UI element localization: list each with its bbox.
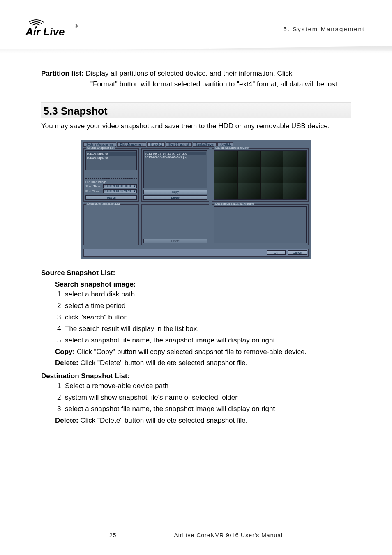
destination-preview-image <box>214 206 307 243</box>
copy-description: Copy: Click "Copy" button will copy sele… <box>55 346 351 357</box>
source-snapshot-list-heading: Source Snapshot List: <box>41 269 351 277</box>
tab-event-snapshot[interactable]: Event Snapshot <box>166 142 191 147</box>
file-time-range-group: File Time Range Start Time 2013/09/18 00… <box>85 178 137 200</box>
source-snapshot-list-legend: Source Snapshot List <box>86 146 115 149</box>
search-button[interactable]: Search <box>85 195 137 200</box>
search-step: click "search" button <box>65 312 351 323</box>
partition-list-line2: "Format" button will format selected par… <box>90 79 351 90</box>
page-footer: 25 AirLive CoreNVR 9/16 User's Manual <box>0 532 392 539</box>
source-snapshot-preview-legend: Source Snapshot Preview <box>214 146 249 149</box>
destination-delete-button[interactable]: Delete <box>143 239 207 243</box>
destination-delete-text: Click "Delete" button will delete select… <box>78 416 248 424</box>
chevron-down-icon: ▾ <box>134 185 136 188</box>
destination-steps-list: Select a remove-able device path system … <box>65 380 351 415</box>
snapshot-dialog-screenshot: System Management Disk Management Snapsh… <box>81 140 311 259</box>
destination-step: select a snapshot file name, the snapsho… <box>65 403 351 415</box>
source-file-item[interactable]: 2013-09-18-15-06-05-347.jpg <box>145 155 206 159</box>
start-time-label: Start Time <box>85 185 102 188</box>
destination-snapshot-list-panel: Destination Snapshot List <box>83 204 139 245</box>
page-number: 25 <box>109 532 117 539</box>
cancel-button[interactable]: Cancel <box>288 250 307 255</box>
source-preview-image <box>214 150 307 200</box>
start-time-value: 2013/09/18 00:00:00 <box>104 185 131 188</box>
delete-description: Delete: Click "Delete" button will delet… <box>55 357 351 368</box>
destination-file-panel: Delete <box>141 204 209 245</box>
end-time-label: End Time <box>85 190 102 193</box>
tab-snapshot[interactable]: Snapshot <box>147 142 165 147</box>
file-time-range-legend: File Time Range <box>85 180 137 183</box>
destination-snapshot-preview-panel: Destination Snapshot Preview <box>212 204 309 245</box>
chevron-down-icon: ▾ <box>134 190 136 193</box>
ok-button[interactable]: OK <box>267 250 286 255</box>
source-file-item[interactable]: 2013-09-13-14-31-57-214.jpg <box>145 152 206 155</box>
destination-delete-description: Delete: Click "Delete" button will delet… <box>55 415 351 426</box>
header-stripe <box>0 46 392 53</box>
source-path-listbox[interactable]: sdb1/snapshot sdb3/snapshot <box>85 150 137 170</box>
source-snapshot-preview-panel: Source Snapshot Preview <box>212 148 309 202</box>
copy-label: Copy: <box>55 348 75 356</box>
search-snapshot-image-heading: Search snapshot image: <box>55 280 351 289</box>
destination-snapshot-list-legend: Destination Snapshot List <box>86 202 120 205</box>
source-path-item[interactable]: sdb3/snapshot <box>87 156 136 160</box>
delete-label: Delete: <box>55 359 78 367</box>
start-time-input[interactable]: 2013/09/18 00:00:00 ▾ <box>103 184 137 188</box>
page-header: Air Live ® 5. System Management <box>0 0 392 53</box>
partition-list-line1: Display all partitions of selected devic… <box>86 69 293 77</box>
copy-text: Click "Copy" button will copy selected s… <box>75 348 307 356</box>
section-heading: 5.3 Snapshot <box>41 102 351 118</box>
search-step: select a time period <box>65 300 351 312</box>
partition-list-paragraph: Partition list: Display all partitions o… <box>41 68 351 90</box>
tab-samba-server[interactable]: Samba Server <box>193 142 217 147</box>
search-step: The search result will display in the li… <box>65 323 351 335</box>
chapter-label: 5. System Management <box>284 25 365 32</box>
search-step: select a hard disk path <box>65 289 351 300</box>
end-time-input[interactable]: 2013/09/18 23:59:59 ▾ <box>103 189 137 193</box>
destination-snapshot-list-heading: Destination Snapshot List: <box>41 372 351 380</box>
dialog-button-bar: OK Cancel <box>83 249 309 257</box>
source-snapshot-list-panel: Source Snapshot List sdb1/snapshot sdb3/… <box>83 148 139 202</box>
footer-manual-title: AirLive CoreNVR 9/16 User's Manual <box>174 532 283 539</box>
tab-disk-management[interactable]: Disk Management <box>117 142 146 147</box>
destination-delete-label: Delete: <box>55 416 78 424</box>
destination-snapshot-preview-legend: Destination Snapshot Preview <box>214 202 254 205</box>
copy-button[interactable]: Copy <box>143 190 207 194</box>
search-steps-list: select a hard disk path select a time pe… <box>65 289 351 346</box>
source-path-item[interactable]: sdb1/snapshot <box>87 152 136 156</box>
destination-step: Select a remove-able device path <box>65 380 351 392</box>
dialog-tab-bar: System Management Disk Management Snapsh… <box>83 142 309 147</box>
svg-text:Air Live: Air Live <box>25 25 65 38</box>
destination-step: system will show snapshot file's name of… <box>65 392 351 403</box>
svg-text:®: ® <box>75 24 78 28</box>
partition-list-label: Partition list: <box>41 69 84 77</box>
brand-logo: Air Live ® <box>25 16 83 38</box>
source-file-list-panel: 2013-09-13-14-31-57-214.jpg 2013-09-18-1… <box>141 148 209 202</box>
source-file-listbox[interactable]: 2013-09-13-14-31-57-214.jpg 2013-09-18-1… <box>143 150 207 188</box>
delete-text: Click "Delete" button will delete select… <box>78 359 248 367</box>
search-step: select a snapshot file name, the snapsho… <box>65 335 351 346</box>
section-intro: You may save your video snapshot and sav… <box>41 121 351 132</box>
end-time-value: 2013/09/18 23:59:59 <box>104 190 131 193</box>
delete-button[interactable]: Delete <box>143 195 207 200</box>
